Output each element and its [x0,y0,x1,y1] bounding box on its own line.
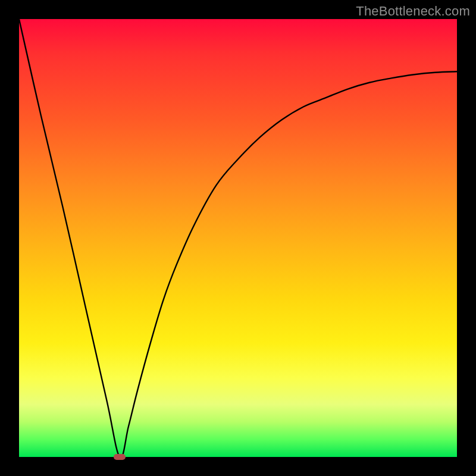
chart-frame: TheBottleneck.com [0,0,476,476]
minimum-marker [114,454,126,460]
watermark-text: TheBottleneck.com [356,4,470,19]
plot-area [19,19,457,457]
bottleneck-curve [19,19,457,457]
